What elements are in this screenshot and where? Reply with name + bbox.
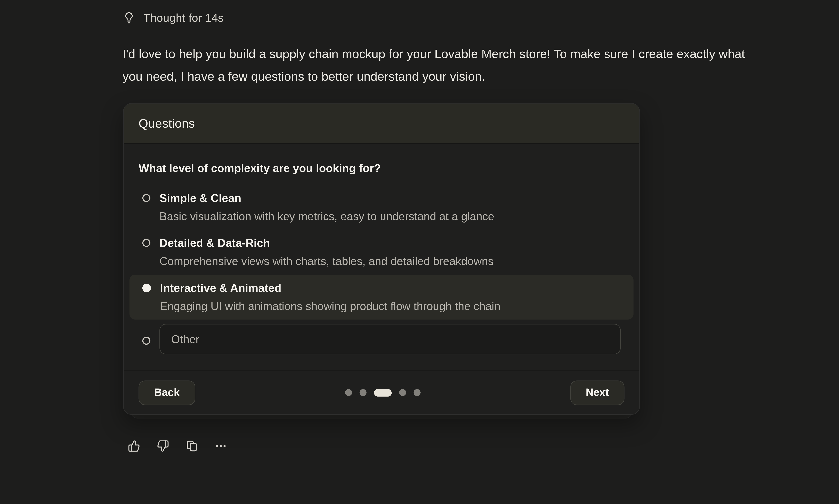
option-label: Interactive & Animated [160,281,501,295]
option-detailed-data-rich[interactable]: Detailed & Data-Rich Comprehensive views… [129,230,633,275]
ellipsis-icon[interactable] [214,439,227,452]
questions-card: Questions What level of complexity are y… [123,103,640,415]
card-footer: Back Next [124,370,640,414]
progress-dot [345,389,352,396]
other-input[interactable] [159,324,621,355]
lightbulb-icon [123,11,136,24]
option-label: Simple & Clean [159,191,494,206]
radio-unselected-icon[interactable] [142,194,151,202]
radio-unselected-icon[interactable] [142,337,151,345]
thought-label: Thought for 14s [143,11,224,24]
card-body: What level of complexity are you looking… [124,161,640,355]
copy-icon[interactable] [185,439,198,452]
radio-unselected-icon[interactable] [142,239,151,247]
option-description: Basic visualization with key metrics, ea… [159,209,494,224]
radio-selected-icon[interactable] [142,284,151,292]
question-title: What level of complexity are you looking… [139,161,624,176]
progress-dot [399,389,406,396]
thumbs-up-icon[interactable] [127,439,140,452]
option-description: Engaging UI with animations showing prod… [160,299,501,313]
chat-response-view: Thought for 14s I'd love to help you bui… [0,11,839,504]
message-actions [127,439,839,452]
option-other[interactable] [129,324,633,355]
next-button[interactable]: Next [570,380,625,405]
option-simple-clean[interactable]: Simple & Clean Basic visualization with … [129,185,633,230]
thumbs-down-icon[interactable] [156,439,169,452]
back-button[interactable]: Back [139,380,195,405]
assistant-message: I'd love to help you build a supply chai… [123,43,748,88]
progress-dot [360,389,367,396]
card-header: Questions [124,104,640,144]
option-label: Detailed & Data-Rich [159,236,494,251]
option-interactive-animated[interactable]: Interactive & Animated Engaging UI with … [129,275,633,320]
progress-dot [414,389,421,396]
progress-dots [345,389,420,396]
options-list: Simple & Clean Basic visualization with … [129,185,633,354]
thought-indicator[interactable]: Thought for 14s [123,11,839,25]
progress-dot-active [374,389,391,396]
card-title: Questions [139,116,195,130]
option-description: Comprehensive views with charts, tables,… [159,254,494,269]
